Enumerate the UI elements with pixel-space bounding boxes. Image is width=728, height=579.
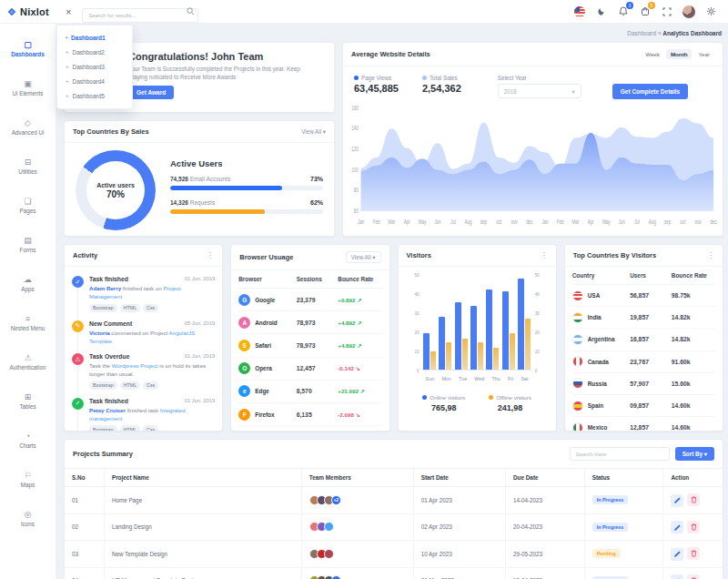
sidebar-item-advanced-ui[interactable]: ◇Advanced Ui [0,107,56,147]
activity-menu-icon[interactable]: ⋮ [207,252,214,259]
search-icon[interactable] [187,7,195,15]
get-complete-details-button[interactable]: Get Complete Details [612,84,688,99]
submenu-item-dashboard2[interactable]: +Dashboard2 [57,45,132,59]
submenu-item-dashboard5[interactable]: +Dashboard5 [57,88,132,103]
navbar-actions: 3 5 [573,5,728,18]
svg-text:dec: dec [526,218,532,225]
delete-button[interactable] [687,547,700,560]
edit-button[interactable] [671,494,683,507]
edit-button[interactable] [671,521,683,533]
year-select[interactable]: 2018 ▾ [498,84,581,98]
sidebar-item-maps[interactable]: ⚐Maps [0,460,56,499]
submenu-item-dashboard3[interactable]: +Dashboard3 [57,59,132,74]
settings-gear-icon[interactable] [705,5,717,17]
flag-usa-icon [572,290,583,301]
countries-table-header: CountryUsersBounce Rate [572,267,715,285]
nested-menu-icon: ≡ [25,315,30,323]
firefox-browser-icon: F [238,409,250,421]
y-tick: 30 [535,311,543,316]
country-users: 56,857 [630,292,672,299]
range-year-button[interactable]: Year [693,49,714,59]
activity-card: Activity ⋮ ✓Task finished01 Jun, 2019Ada… [64,244,223,432]
y-tick: 50 [535,273,543,278]
cart-badge: 5 [648,2,655,9]
country-bounce-rate: 14.60k [672,424,715,431]
charts-icon: ◔ [25,432,30,441]
visitors-y-axis-right: 50403020100 [535,273,543,373]
sidebar-item-forms[interactable]: ▤Forms [0,225,56,264]
sidebar-item-authentication[interactable]: ⚠Authentication [0,342,56,381]
android-browser-icon: A [238,317,250,329]
countries-menu-icon[interactable]: ⋮ [707,252,714,259]
member-avatar[interactable] [324,549,334,559]
activity-link[interactable]: Petey Cruiser [89,407,126,413]
delete-button[interactable] [687,493,700,506]
sort-by-button[interactable]: Sort By ▾ [675,447,714,461]
browser-view-all-link[interactable]: View All ▾ [346,251,381,263]
online-bar [455,302,461,370]
sidebar-item-utilities[interactable]: ⊟Utilities [0,147,56,186]
dark-mode-icon[interactable] [595,5,607,17]
cart-icon[interactable]: 5 [639,5,651,17]
project-sno: 02 [65,513,104,541]
sidebar-item-pages[interactable]: ❏Pages [0,186,56,225]
submenu-item-label: Dashboard1 [71,35,106,41]
browser-table-header: BrowserSessionsBounce Rate [238,270,381,289]
activity-link[interactable]: Adam Berry [89,285,121,291]
activity-text: finished task on [121,285,163,291]
visitors-menu-icon[interactable]: ⋮ [541,252,548,259]
online-bar [423,333,430,370]
submenu-item-dashboard4[interactable]: +Dashboard4 [57,74,132,88]
visitors-bar-chart: 50403020100 50403020100 SunMonTueWedThuF… [413,276,541,381]
sidebar-item-label: Charts [19,442,36,449]
delete-button[interactable] [687,521,700,533]
svg-text:140: 140 [351,126,359,132]
svg-text:sep: sep [480,218,487,225]
sales-view-all-link[interactable]: View All ▾ [301,128,326,135]
edit-button[interactable] [671,548,683,561]
svg-text:160: 160 [351,105,359,111]
y-tick: 0 [411,369,420,373]
range-week-button[interactable]: Week [641,49,664,59]
sidebar-item-label: Authentication [10,364,46,371]
edit-button[interactable] [671,574,683,579]
projects-search-input[interactable] [570,447,670,461]
x-tick-tue: Tue [459,376,467,381]
range-month-button[interactable]: Month [666,49,693,59]
country-users: 09,857 [630,402,672,409]
country-row-spain: Spain09,85714.60k [572,395,715,417]
sidebar-item-ui-elements[interactable]: ▣Ui Elements [0,68,56,107]
member-avatar[interactable] [324,522,334,532]
browser-name: Safari [255,342,271,349]
offline-bar [510,333,515,370]
close-menu-icon[interactable]: × [66,6,71,17]
search-input[interactable] [82,8,198,23]
sidebar-item-dashboards[interactable]: ▢Dashboards [0,29,56,68]
sidebar-item-apps[interactable]: ☁Apps [0,264,56,303]
browser-name: Firefox [255,411,274,418]
sidebar-item-tables[interactable]: ⊞Tables [0,381,56,421]
visitors-bar-group-thu [486,290,499,370]
project-sno: 04 [65,567,104,579]
email-accounts-progress [170,186,282,190]
sidebar-item-icons[interactable]: ◎Icons [0,499,56,538]
brand-logo[interactable]: Nixlot [0,6,56,17]
user-avatar[interactable] [682,5,695,18]
notifications-badge: 3 [626,2,633,9]
delete-button[interactable] [687,574,700,579]
breadcrumb-parent[interactable]: Dashboard [627,30,656,36]
sidebar-item-charts[interactable]: ◔Charts [0,421,56,460]
activity-tags: BootstrapHTMLCss [89,381,215,390]
activity-link[interactable]: Wordpress Project [112,362,158,369]
submenu-item-dashboard1[interactable]: •Dashboard1 [57,30,132,45]
activity-link[interactable]: Victoria [89,330,110,336]
language-flag-icon[interactable] [573,5,585,17]
extra-members-badge[interactable]: +2 [331,495,341,505]
fullscreen-icon[interactable] [661,5,672,17]
notifications-icon[interactable]: 3 [617,5,629,17]
extra-members-badge[interactable]: +5 [331,575,341,579]
get-award-button[interactable]: Get Award [128,86,174,99]
sidebar-item-nested-menu[interactable]: ≡Nested Menu [0,303,56,342]
requests-metric: 14,326 Requests 62% [170,199,323,214]
warning-icon: ⚠ [72,353,84,365]
